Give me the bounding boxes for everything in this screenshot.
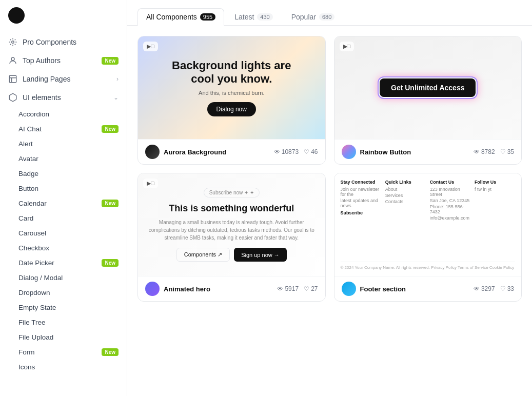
eye-icon-4: 👁	[474, 285, 480, 292]
footer-likes: ♡ 33	[500, 285, 514, 292]
rainbow-card-title: Rainbow Button	[360, 148, 469, 156]
video-camera-icon: ▶□	[147, 43, 154, 50]
hero-cta-primary[interactable]: Sign up now →	[234, 248, 287, 262]
heart-icon-3: ♡	[304, 285, 309, 292]
component-card-footer[interactable]: Stay Connected Join our newsletter for t…	[334, 173, 522, 302]
hero-card-title: Animated hero	[164, 285, 273, 293]
sidebar-subitem-card[interactable]: Card	[0, 211, 127, 226]
aurora-author-avatar	[145, 145, 160, 159]
component-card-aurora[interactable]: ▶□ Background lights are cool you know. …	[137, 36, 326, 165]
eye-icon-2: 👁	[474, 148, 480, 155]
sidebar-item-ui-elements-label: UI elements	[23, 93, 61, 102]
tab-popular-count: 680	[319, 13, 334, 21]
tab-latest-count: 430	[257, 13, 272, 21]
sidebar-subitem-empty-state[interactable]: Empty State	[0, 300, 127, 315]
sidebar-item-pro-components-label: Pro Components	[23, 38, 76, 46]
tab-all-label: All Components	[146, 13, 197, 21]
sidebar-subitem-date-picker[interactable]: Date Picker New	[0, 255, 127, 270]
accordion-label: Accordion	[18, 110, 49, 118]
rainbow-cta-btn[interactable]: Get Unlimited Access	[380, 78, 476, 97]
sidebar-subitem-accordion[interactable]: Accordion	[0, 107, 127, 122]
component-card-rainbow[interactable]: ▶□ Get Unlimited Access Rainbow Button 👁…	[334, 36, 522, 165]
svg-point-1	[11, 57, 14, 61]
footer-col-title-3: Contact Us	[430, 180, 470, 185]
hero-cta-row: Components ↗ Sign up now →	[176, 248, 287, 262]
hero-cta-secondary[interactable]: Components ↗	[176, 248, 230, 262]
sidebar-item-ui-elements[interactable]: UI elements ⌄	[0, 88, 127, 107]
footer-col-stay-connected: Stay Connected Join our newsletter for t…	[341, 180, 381, 222]
sidebar-subitem-dropdown[interactable]: Dropdown	[0, 285, 127, 300]
component-card-hero[interactable]: ▶□ Subscribe now ✦ ✦ This is something w…	[137, 173, 326, 302]
sidebar-item-pro-components[interactable]: Pro Components	[0, 33, 127, 51]
rainbow-author-avatar	[342, 145, 356, 159]
footer-bottom-row: © 2024 Your Company Name. All rights res…	[341, 262, 516, 270]
rainbow-likes: ♡ 35	[500, 148, 514, 155]
tab-all-components[interactable]: All Components 955	[137, 8, 224, 26]
tab-popular-label: Popular	[291, 13, 316, 21]
empty-state-label: Empty State	[18, 304, 56, 311]
aurora-bg-preview: Background lights are cool you know. And…	[138, 36, 325, 139]
file-tree-label: File Tree	[18, 319, 46, 326]
sidebar-subitem-file-upload[interactable]: File Upload	[0, 330, 127, 345]
svg-point-0	[12, 41, 14, 44]
sidebar-subitem-file-tree[interactable]: File Tree	[0, 315, 127, 330]
date-picker-label: Date Picker	[18, 259, 54, 267]
sidebar-subitem-checkbox[interactable]: Checkbox	[0, 241, 127, 255]
avatar-label: Avatar	[18, 155, 38, 163]
svg-rect-2	[9, 75, 16, 83]
logo-icon	[8, 7, 25, 24]
alert-label: Alert	[18, 140, 33, 148]
eye-icon: 👁	[274, 148, 280, 155]
footer-col-follow-us: Follow Us f tw in yt	[475, 180, 515, 222]
hero-author-avatar	[145, 282, 160, 296]
heart-icon-4: ♡	[500, 285, 506, 292]
sidebar-subitem-dialog-modal[interactable]: Dialog / Modal	[0, 270, 127, 285]
footer-card-meta: 👁 3297 ♡ 33	[474, 285, 514, 292]
sidebar-subitem-icons[interactable]: Icons	[0, 360, 127, 374]
icons-label: Icons	[18, 363, 35, 371]
sidebar-subitem-badge[interactable]: Badge	[0, 166, 127, 181]
sidebar-item-landing-pages[interactable]: Landing Pages ›	[0, 70, 127, 88]
sidebar-nav: Pro Components Top Authors New Landing P…	[0, 31, 127, 377]
tab-latest[interactable]: Latest 430	[226, 8, 281, 25]
sidebar-subitem-alert[interactable]: Alert	[0, 136, 127, 151]
tab-latest-label: Latest	[234, 13, 254, 21]
button-label: Button	[18, 185, 38, 192]
sidebar-subitem-button[interactable]: Button	[0, 181, 127, 196]
aurora-views: 👁 10873	[274, 148, 299, 155]
rainbow-btn-preview-area: Get Unlimited Access	[334, 36, 522, 139]
card-label: Card	[18, 214, 33, 222]
footer-views: 👁 3297	[474, 285, 495, 292]
aurora-video-icon: ▶□	[143, 42, 158, 51]
sidebar-subitem-calendar[interactable]: Calendar New	[0, 196, 127, 211]
ai-chat-label: AI Chat	[18, 125, 42, 133]
rainbow-video-icon: ▶□	[340, 42, 354, 51]
rainbow-preview-area: ▶□ Get Unlimited Access	[334, 36, 522, 139]
aurora-dialog-btn[interactable]: Dialog now	[207, 102, 256, 116]
footer-col-title-4: Follow Us	[475, 180, 515, 185]
sidebar-item-top-authors[interactable]: Top Authors New	[0, 51, 127, 70]
video-camera-icon-3: ▶□	[147, 180, 154, 187]
hero-tag: Subscribe now ✦ ✦	[204, 188, 260, 197]
footer-bg-preview: Stay Connected Join our newsletter for t…	[334, 173, 522, 276]
sidebar-subitem-ai-chat[interactable]: AI Chat New	[0, 122, 127, 136]
aurora-preview-area: ▶□ Background lights are cool you know. …	[138, 36, 325, 139]
footer-card-footer: Footer section 👁 3297 ♡ 33	[334, 276, 522, 301]
sidebar-subitem-form[interactable]: Form New	[0, 345, 127, 360]
hero-preview-area: ▶□ Subscribe now ✦ ✦ This is something w…	[138, 173, 325, 276]
form-badge: New	[102, 348, 119, 356]
aurora-card-title: Aurora Background	[164, 148, 270, 156]
chevron-down-icon: ⌄	[113, 94, 119, 101]
tab-popular[interactable]: Popular 680	[283, 8, 343, 25]
heart-icon: ♡	[304, 148, 309, 155]
grid-icon	[8, 37, 17, 47]
rainbow-views: 👁 8782	[474, 148, 495, 155]
aurora-likes: ♡ 46	[304, 148, 318, 155]
aurora-card-meta: 👁 10873 ♡ 46	[274, 148, 318, 155]
sidebar-subitem-avatar[interactable]: Avatar	[0, 151, 127, 166]
eye-icon-3: 👁	[277, 285, 283, 292]
footer-col-title-1: Stay Connected	[341, 180, 381, 185]
sidebar-subitem-carousel[interactable]: Carousel	[0, 226, 127, 241]
heart-icon-2: ♡	[500, 148, 506, 155]
footer-col-quick-links: Quick Links About Services Contacts	[385, 180, 426, 222]
